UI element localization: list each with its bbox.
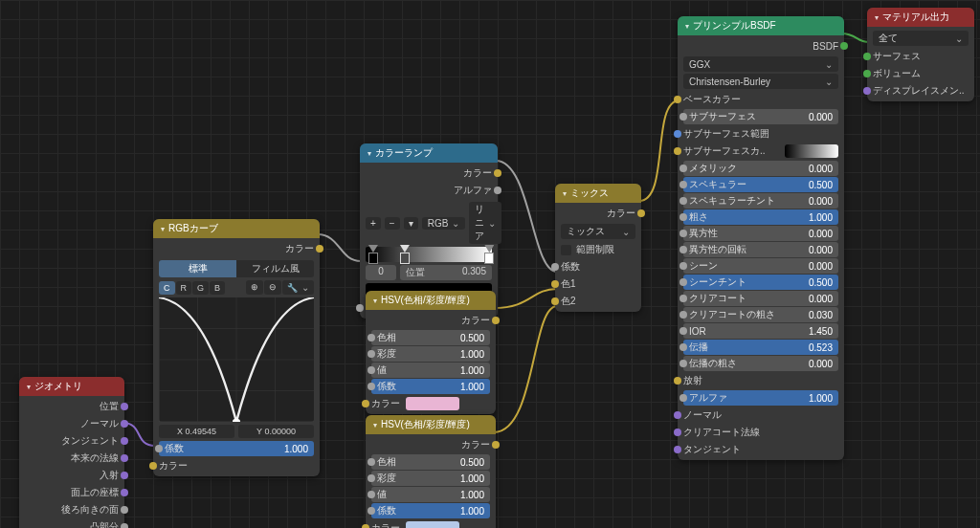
input-socket[interactable]: クリアコート法線 (678, 424, 844, 441)
output-socket[interactable]: 面上の座標 (19, 484, 124, 501)
param-slider[interactable]: IOR1.450 (683, 323, 838, 339)
param-slider[interactable]: 伝播の粗さ0.000 (683, 356, 838, 371)
param-slider[interactable]: クリアコートの粗さ0.030 (683, 307, 838, 322)
blend-mode[interactable]: ミックス (561, 224, 635, 239)
stop-index[interactable]: 0 (366, 265, 396, 280)
param-slider[interactable]: スペキュラー0.500 (683, 177, 838, 192)
channel-b[interactable]: B (210, 281, 225, 295)
curve-x[interactable]: X 0.49545 (159, 425, 234, 438)
param-slider[interactable]: サブサーフェス0.000 (683, 109, 838, 124)
input-socket[interactable]: ノーマル (678, 407, 844, 424)
gradient-bar[interactable] (366, 247, 492, 262)
node-header[interactable]: ミックス (555, 184, 641, 203)
sss-method[interactable]: Christensen-Burley (683, 74, 838, 89)
tab-standard[interactable]: 標準 (159, 260, 236, 277)
node-header[interactable]: HSV(色相/彩度/輝度) (366, 415, 496, 434)
channel-g[interactable]: G (192, 281, 209, 295)
node-header[interactable]: プリンシプルBSDF (678, 16, 844, 35)
param-slider[interactable]: シーン0.000 (683, 258, 838, 274)
tools-icon[interactable]: 🔧 (282, 280, 314, 295)
param-slider[interactable]: 異方性0.000 (683, 226, 838, 241)
color-swatch[interactable] (406, 521, 459, 528)
curve-tabs[interactable]: 標準 フィルム風 (159, 260, 314, 277)
node-header[interactable]: RGBカーブ (153, 219, 320, 238)
input-socket[interactable]: 放射 (678, 372, 844, 389)
output-socket[interactable]: 入射 (19, 467, 124, 484)
input-socket[interactable]: サーフェス (867, 48, 974, 65)
svg-point-6 (233, 419, 240, 422)
output-socket[interactable]: タンジェント (19, 432, 124, 450)
curve-y[interactable]: Y 0.00000 (238, 425, 314, 438)
output-socket[interactable]: 凸部分 (19, 518, 124, 528)
distribution[interactable]: GGX (683, 56, 838, 72)
add-stop-icon[interactable]: + (366, 217, 381, 230)
channel-c[interactable]: C (159, 281, 175, 295)
param-slider[interactable]: スペキュラーチント0.000 (683, 193, 838, 209)
zoom-in-icon[interactable]: ⊕ (246, 280, 263, 295)
input-socket[interactable]: サブサーフェス範囲 (678, 125, 844, 143)
input-socket[interactable]: ベースカラー (678, 91, 844, 108)
node-header[interactable]: ジオメトリ (19, 377, 124, 396)
param-slider[interactable]: アルファ1.000 (683, 390, 838, 406)
remove-stop-icon[interactable]: − (385, 217, 400, 230)
output-socket[interactable]: 位置 (19, 398, 124, 415)
output-socket[interactable]: 本来の法線 (19, 450, 124, 467)
node-principled-bsdf[interactable]: プリンシプルBSDF BSDF GGX Christensen-Burley ベ… (678, 16, 844, 460)
param-slider[interactable]: 異方性の回転0.000 (683, 242, 838, 257)
flip-icon[interactable]: ▾ (404, 217, 418, 230)
output-socket[interactable]: ノーマル (19, 415, 124, 432)
channel-r[interactable]: R (176, 281, 192, 295)
node-hsv-2[interactable]: HSV(色相/彩度/輝度) カラー 色相0.500 彩度1.000 値1.000… (366, 415, 496, 528)
node-geometry[interactable]: ジオメトリ 位置ノーマルタンジェント本来の法線入射面上の座標後ろ向きの面凸部分 (19, 377, 124, 528)
fac-slider[interactable]: 係数1.000 (159, 441, 314, 456)
param-slider[interactable]: メタリック0.000 (683, 161, 838, 176)
param-slider[interactable]: クリアコート0.000 (683, 291, 838, 306)
input-socket[interactable]: ボリューム (867, 65, 974, 82)
color-input[interactable]: サブサーフェスカ.. (678, 143, 844, 160)
tab-film[interactable]: フィルム風 (236, 260, 314, 277)
node-mix[interactable]: ミックス カラー ミックス 範囲制限 係数 色1 色2 (555, 184, 641, 312)
node-material-output[interactable]: マテリアル出力 全て サーフェスボリュームディスプレイスメン.. (867, 8, 974, 101)
node-rgb-curve[interactable]: RGBカーブ カラー 標準 フィルム風 CRGB ⊕ ⊖ 🔧 (153, 219, 320, 476)
node-header[interactable]: マテリアル出力 (867, 8, 974, 27)
target[interactable]: 全て (873, 31, 969, 46)
param-slider[interactable]: 伝播0.523 (683, 340, 838, 355)
input-socket[interactable]: ディスプレイスメン.. (867, 82, 974, 99)
input-socket[interactable]: タンジェント (678, 441, 844, 458)
param-slider[interactable]: シーンチント0.500 (683, 275, 838, 290)
zoom-out-icon[interactable]: ⊖ (264, 280, 281, 295)
clamp-checkbox[interactable] (561, 245, 571, 255)
output-socket[interactable]: 後ろ向きの面 (19, 501, 124, 518)
color-swatch[interactable] (406, 397, 459, 410)
node-header[interactable]: カラーランプ (360, 143, 498, 163)
node-hsv-1[interactable]: HSV(色相/彩度/輝度) カラー 色相0.500 彩度1.000 値1.000… (366, 291, 496, 414)
stop-position[interactable]: 位置0.305 (400, 265, 492, 280)
node-header[interactable]: HSV(色相/彩度/輝度) (366, 291, 496, 310)
interp-mode[interactable]: リニア (469, 202, 501, 244)
curve-editor[interactable] (159, 297, 314, 422)
color-mode[interactable]: RGB (422, 217, 466, 230)
param-slider[interactable]: 粗さ1.000 (683, 209, 838, 225)
